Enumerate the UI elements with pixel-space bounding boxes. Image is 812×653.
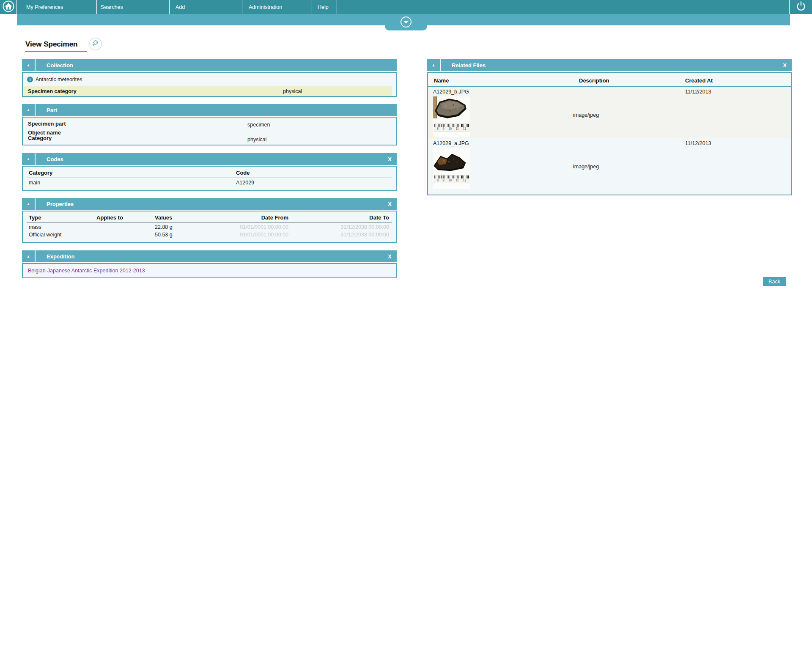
codes-panel: ▲ Codes X Category Code main A12029 bbox=[22, 153, 397, 191]
specimen-photo-thumbnail[interactable]: 8 9 10 11 12 bbox=[433, 148, 470, 189]
table-cell: 31/12/2038 00:00:00 bbox=[288, 232, 389, 238]
column-header: Description bbox=[579, 77, 609, 84]
properties-panel-body: Type Applies to Values Date From Date To… bbox=[22, 211, 397, 243]
table-cell: A12029 bbox=[236, 180, 254, 186]
column-header: Category bbox=[29, 170, 52, 176]
table-cell: 50.53 g bbox=[155, 232, 173, 238]
table-cell: Official weight bbox=[29, 232, 62, 238]
page-title-underline bbox=[25, 51, 87, 52]
nav-item-label: My Preferences bbox=[26, 4, 63, 10]
collapse-arrow-icon[interactable]: ▲ bbox=[22, 198, 36, 210]
table-divider bbox=[27, 178, 392, 178]
collapse-arrow-icon[interactable]: ▲ bbox=[22, 104, 36, 116]
collapse-arrow-icon[interactable]: ▲ bbox=[22, 250, 36, 262]
part-panel-body: Specimen part specimen Object name Categ… bbox=[22, 117, 397, 145]
chevron-down-icon bbox=[401, 16, 411, 27]
column-header: Date To bbox=[288, 214, 389, 221]
column-header: Created At bbox=[685, 77, 713, 84]
meteorite-image bbox=[433, 96, 470, 123]
nav-item-add[interactable]: Add bbox=[169, 0, 242, 14]
part-panel: ▲ Part Specimen part specimen Object nam… bbox=[22, 104, 397, 145]
collection-name: Antarctic meteorites bbox=[36, 77, 82, 82]
column-header: Code bbox=[236, 170, 250, 176]
expedition-panel: ▲ Expedition X Belgian-Japanese Antarcti… bbox=[22, 250, 397, 278]
home-button[interactable] bbox=[0, 0, 17, 14]
codes-panel-header: ▲ Codes X bbox=[22, 153, 397, 165]
panel-title: Related Files bbox=[452, 59, 486, 71]
panel-title: Codes bbox=[47, 153, 63, 165]
close-icon[interactable]: X bbox=[783, 59, 787, 71]
collapse-arrow-icon[interactable]: ▲ bbox=[22, 153, 36, 165]
nav-item-label: Add bbox=[176, 4, 185, 10]
close-icon[interactable]: X bbox=[388, 250, 392, 262]
close-icon[interactable]: X bbox=[388, 153, 392, 165]
top-navbar: My Preferences Searches Add Administrati… bbox=[0, 0, 812, 14]
panel-title: Collection bbox=[47, 59, 73, 71]
properties-panel-header: ▲ Properties X bbox=[22, 198, 397, 210]
ruler-numbers: 8 9 10 11 12 bbox=[434, 127, 469, 131]
table-cell: 01/01/0001 00:00:00 bbox=[222, 224, 288, 230]
panel-title: Properties bbox=[47, 198, 74, 210]
file-created-at: 11/12/2013 bbox=[685, 89, 711, 95]
expedition-link[interactable]: Belgian-Japanese Antarctic Expedition 20… bbox=[28, 268, 145, 274]
file-name: A12029_b.JPG bbox=[433, 89, 469, 95]
collapse-header-tab[interactable] bbox=[385, 14, 427, 30]
ruler: 8 9 10 11 12 bbox=[434, 123, 469, 132]
panel-title: Part bbox=[47, 104, 57, 116]
related-file-row: A12029_b.JPG 11/12/2013 8 9 1 bbox=[428, 87, 791, 138]
column-header: Applies to bbox=[96, 214, 123, 221]
nav-item-label: Administration bbox=[249, 4, 282, 10]
zoom-specimen-button[interactable] bbox=[89, 38, 102, 50]
power-icon bbox=[795, 0, 807, 14]
field-value: specimen bbox=[247, 122, 270, 128]
nav-item-administration[interactable]: Administration bbox=[242, 0, 312, 14]
table-cell: 31/12/2038 00:00:00 bbox=[288, 224, 389, 230]
page-title: View Specimen bbox=[25, 40, 77, 49]
related-files-panel: ▲ Related Files X Name Description Creat… bbox=[427, 59, 792, 195]
nav-item-help[interactable]: Help bbox=[312, 0, 337, 14]
ruler-ticks bbox=[434, 176, 469, 178]
ruler: 8 9 10 11 12 bbox=[434, 175, 469, 183]
table-cell: main bbox=[29, 180, 40, 186]
file-description: image/jpeg bbox=[573, 164, 599, 170]
home-icon bbox=[2, 0, 15, 14]
back-button[interactable]: Back bbox=[763, 277, 786, 286]
collapse-arrow-icon[interactable]: ▲ bbox=[22, 59, 36, 71]
field-value: physical bbox=[283, 88, 302, 94]
nav-item-label: Searches bbox=[101, 4, 123, 10]
column-header: Name bbox=[434, 77, 449, 84]
field-label: Specimen part bbox=[28, 121, 66, 127]
meteorite-image bbox=[433, 148, 470, 174]
file-created-at: 11/12/2013 bbox=[685, 140, 711, 146]
magnifier-icon bbox=[92, 40, 99, 48]
expedition-panel-body: Belgian-Japanese Antarctic Expedition 20… bbox=[22, 263, 397, 278]
specimen-category-row: Specimen category physical bbox=[24, 86, 392, 96]
ruler-numbers: 8 9 10 11 12 bbox=[434, 178, 469, 183]
table-cell: 22.88 g bbox=[155, 224, 173, 230]
panel-title: Expedition bbox=[47, 250, 74, 262]
nav-item-searches[interactable]: Searches bbox=[96, 0, 169, 14]
expedition-panel-header: ▲ Expedition X bbox=[22, 250, 397, 262]
info-icon: i bbox=[27, 77, 33, 82]
file-description: image/jpeg bbox=[573, 112, 599, 118]
specimen-photo-thumbnail[interactable]: 8 9 10 11 12 bbox=[433, 96, 470, 137]
field-value: physical bbox=[247, 137, 266, 143]
collection-panel-header: ▲ Collection bbox=[22, 59, 397, 71]
ruler-ticks bbox=[434, 124, 469, 127]
collection-panel: ▲ Collection i Antarctic meteorites Spec… bbox=[22, 59, 397, 97]
properties-panel: ▲ Properties X Type Applies to Values Da… bbox=[22, 198, 397, 243]
codes-panel-body: Category Code main A12029 bbox=[22, 166, 397, 191]
field-label: Specimen category bbox=[28, 88, 77, 94]
logout-button[interactable] bbox=[789, 0, 812, 14]
nav-item-label: Help bbox=[318, 4, 329, 10]
table-cell: 01/01/0001 00:00:00 bbox=[222, 232, 288, 238]
collapse-arrow-icon[interactable]: ▲ bbox=[427, 59, 441, 71]
close-icon[interactable]: X bbox=[388, 198, 392, 210]
part-panel-header: ▲ Part bbox=[22, 104, 397, 116]
field-label: Category bbox=[28, 135, 52, 141]
nav-item-my-preferences[interactable]: My Preferences bbox=[17, 0, 96, 14]
column-header: Type bbox=[29, 214, 41, 221]
related-files-panel-header: ▲ Related Files X bbox=[427, 59, 792, 71]
file-name: A12029_a.JPG bbox=[433, 140, 469, 146]
table-divider bbox=[27, 222, 392, 223]
